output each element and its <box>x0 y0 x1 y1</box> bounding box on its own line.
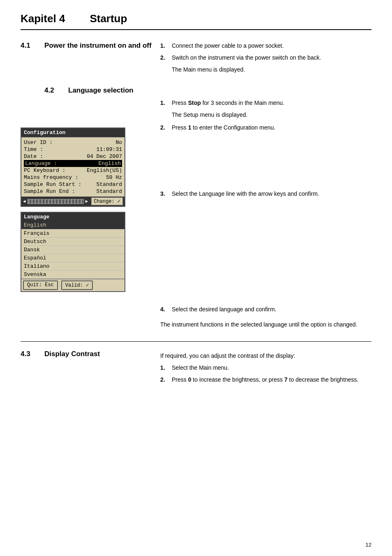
config-label: Sample Run Start : <box>24 181 97 188</box>
section-4-3-heading: 4.3 Display Contrast <box>21 350 152 358</box>
section-4-2-title: Language selection <box>68 86 134 95</box>
section-4-1-steps: 1. Connect the power cable to a power so… <box>160 42 371 62</box>
step-num: 2. <box>160 123 172 132</box>
step-text: Select the Language line with the arrow … <box>172 190 371 198</box>
change-button[interactable]: Change: ✓ <box>91 197 123 205</box>
config-screen-header: Configuration <box>21 128 125 137</box>
config-value: Standard <box>97 181 122 188</box>
config-label: Mains frequency : <box>24 174 106 181</box>
language-screen-header: Language <box>21 213 125 221</box>
step-4-2-1: 1. Press Stop for 3 seconds in the Main … <box>160 99 371 107</box>
language-screen-footer: Quit: Esc Valid: ✓ <box>21 279 125 291</box>
section-4-1: 4.1 Power the instrument on and off 1. C… <box>21 42 371 74</box>
step-num: 1. <box>160 364 172 372</box>
step-text: Switch on the instrument via the power s… <box>172 53 371 62</box>
config-value: No <box>115 139 122 146</box>
section-4-3-right: If required, you can adjust the contrast… <box>160 350 371 387</box>
lang-item-english[interactable]: English <box>21 221 125 229</box>
step-4-1-1: 1. Connect the power cable to a power so… <box>160 42 371 50</box>
section-4-1-num: 4.1 <box>21 42 36 50</box>
config-row-language: Language : English <box>24 160 122 167</box>
chapter-header: Kapitel 4 Startup <box>21 12 371 30</box>
step-4-1-2: 2. Switch on the instrument via the powe… <box>160 53 371 62</box>
lang-item-italiano[interactable]: Italiano <box>21 262 125 271</box>
config-row-date: Date : 04 Dec 2007 <box>24 153 122 160</box>
section-4-3-intro: If required, you can adjust the contrast… <box>160 352 371 360</box>
step-4-2-2: 2. Press 1 to enter the Configuration me… <box>160 123 371 132</box>
section-4-1-left: 4.1 Power the instrument on and off <box>21 42 160 74</box>
section-4-2-num: 4.2 <box>44 86 60 95</box>
section-divider <box>21 341 371 342</box>
section-4-2-heading: 4.2 Language selection <box>21 86 371 95</box>
quit-button[interactable]: Quit: Esc <box>23 280 58 290</box>
section-4-2: 4.2 Language selection Configuration Use… <box>21 86 371 329</box>
section-4-2-bottom-note: The instrument functions in the selected… <box>160 320 371 329</box>
step-text: Select the desired language and confirm. <box>172 305 371 314</box>
step-text: Connect the power cable to a power socke… <box>172 42 371 50</box>
section-4-3-title: Display Contrast <box>44 350 100 358</box>
config-row-sampleend: Sample Run End : Standard <box>24 188 122 195</box>
step-note-setup: The Setup menu is displayed. <box>172 111 371 119</box>
section-4-1-heading: 4.1 Power the instrument on and off <box>21 42 152 50</box>
valid-button[interactable]: Valid: ✓ <box>61 280 93 290</box>
config-row-keyboard: PC Keyboard : English(US) <box>24 167 122 174</box>
section-4-1-note: The Main menu is displayed. <box>172 65 371 74</box>
lang-item-deutsch[interactable]: Deutsch <box>21 238 125 246</box>
config-row-time: Time : 11:09:31 <box>24 146 122 153</box>
section-4-2-steps: 1. Press Stop for 3 seconds in the Main … <box>160 99 371 107</box>
config-row-userid: User ID : No <box>24 139 122 146</box>
config-value: 50 Hz <box>106 174 122 181</box>
lang-item-dansk[interactable]: Dansk <box>21 246 125 254</box>
step-text: Press 1 to enter the Configuration menu. <box>172 123 371 132</box>
step-num: 1. <box>160 99 172 107</box>
lang-item-espanol[interactable]: Español <box>21 254 125 262</box>
language-list: English Français Deutsch Dansk Español I… <box>21 221 125 279</box>
step-num: 3. <box>160 190 172 198</box>
lang-item-francais[interactable]: Français <box>21 229 125 238</box>
step-4-2-4: 4. Select the desired language and confi… <box>160 305 371 314</box>
step-4-2-3: 3. Select the Language line with the arr… <box>160 190 371 198</box>
section-4-3: 4.3 Display Contrast If required, you ca… <box>21 350 371 387</box>
config-screen-footer: ◄ ► Change: ✓ <box>21 197 125 206</box>
step-4-3-2: 2. Press 0 to increase the brightness, o… <box>160 375 371 384</box>
page: Kapitel 4 Startup 4.1 Power the instrume… <box>0 0 392 556</box>
step-text: Press 0 to increase the brightness, or p… <box>172 375 371 384</box>
step-num: 2. <box>160 375 172 384</box>
section-4-1-right: 1. Connect the power cable to a power so… <box>160 42 371 74</box>
arrow-right-icon: ► <box>85 199 88 204</box>
step-text: Press Stop for 3 seconds in the Main men… <box>172 99 371 107</box>
chapter-title: Startup <box>90 12 127 25</box>
config-label: Language : <box>25 160 98 167</box>
config-screen: Configuration User ID : No Time : 11:09:… <box>21 127 125 207</box>
config-label: Date : <box>24 153 87 160</box>
config-value: 11:09:31 <box>97 146 122 153</box>
config-label: User ID : <box>24 139 115 146</box>
section-4-3-num: 4.3 <box>21 350 36 358</box>
config-value: Standard <box>97 188 122 195</box>
step-num: 1. <box>160 42 172 50</box>
progress-bar <box>28 199 84 204</box>
chapter-label: Kapitel 4 <box>21 12 65 25</box>
config-label: PC Keyboard : <box>24 167 87 174</box>
section-4-2-steps-2: 2. Press 1 to enter the Configuration me… <box>160 123 371 314</box>
language-screen: Language English Français Deutsch Dansk … <box>21 212 125 292</box>
section-4-3-left: 4.3 Display Contrast <box>21 350 160 387</box>
step-text: Select the Main menu. <box>172 364 371 372</box>
config-row-mains: Mains frequency : 50 Hz <box>24 174 122 181</box>
lang-item-svenska[interactable]: Svenska <box>21 271 125 279</box>
step-num: 2. <box>160 53 172 62</box>
config-value: English <box>98 160 121 167</box>
section-4-3-steps: 1. Select the Main menu. 2. Press 0 to i… <box>160 364 371 384</box>
step-num: 4. <box>160 305 172 314</box>
config-label: Time : <box>24 146 97 153</box>
config-screen-body: User ID : No Time : 11:09:31 Date : 04 D… <box>21 137 125 197</box>
step-4-3-1: 1. Select the Main menu. <box>160 364 371 372</box>
section-4-2-right: 1. Press Stop for 3 seconds in the Main … <box>160 99 371 329</box>
section-4-1-title: Power the instrument on and off <box>44 42 152 50</box>
config-label: Sample Run End : <box>24 188 97 195</box>
config-value: English(US) <box>87 167 122 174</box>
section-4-2-body: Configuration User ID : No Time : 11:09:… <box>21 99 371 329</box>
config-row-samplestart: Sample Run Start : Standard <box>24 181 122 188</box>
page-number: 12 <box>366 542 371 548</box>
config-value: 04 Dec 2007 <box>87 153 122 160</box>
